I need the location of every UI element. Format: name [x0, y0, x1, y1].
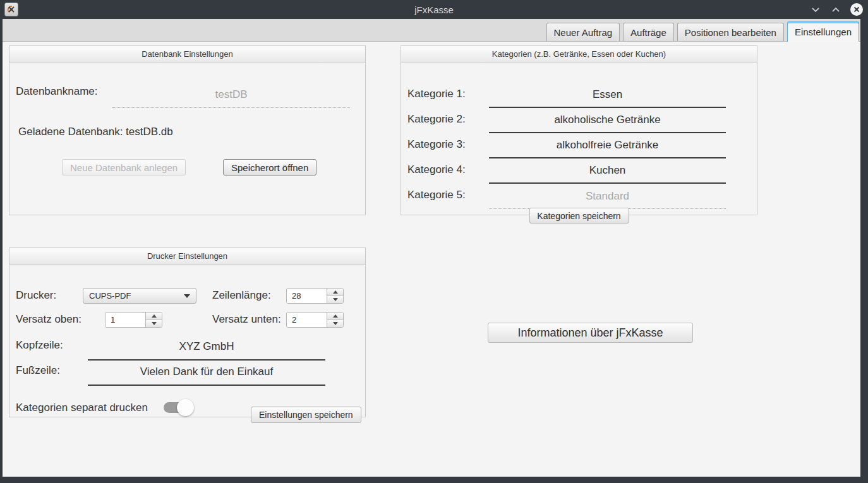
category-4-input[interactable] [489, 160, 726, 184]
spinner-up-icon[interactable] [146, 313, 162, 320]
separate-categories-label: Kategorien separat drucken [16, 402, 148, 414]
spinner-up-icon[interactable] [327, 289, 343, 296]
tab-positionen-bearbeiten[interactable]: Positionen bearbeiten [677, 23, 784, 41]
separate-categories-toggle[interactable] [164, 399, 189, 415]
category-5-input[interactable] [489, 185, 726, 209]
about-jfxkasse-button[interactable]: Informationen über jFxKasse [488, 323, 693, 343]
database-panel-title: Datenbank Einstellungen [9, 46, 365, 63]
category-2-label: Kategorie 2: [407, 113, 466, 126]
spinner-down-icon[interactable] [146, 320, 162, 327]
database-name-label: Datenbankname: [16, 85, 97, 98]
printer-combobox[interactable]: CUPS-PDF [83, 288, 196, 304]
app-x-icon [4, 3, 18, 16]
new-database-button[interactable]: Neue Datenbank anlegen [62, 159, 186, 176]
tab-auftraege[interactable]: Aufträge [623, 23, 674, 41]
footer-line-label: Fußzeile: [16, 364, 60, 377]
offset-top-label: Versatz oben: [16, 313, 81, 326]
category-1-input[interactable] [489, 84, 726, 108]
categories-panel-title: Kategorien (z.B. Getränke, Essen oder Ku… [401, 46, 757, 63]
save-settings-button[interactable]: Einstellungen speichern [251, 407, 361, 423]
spinner-up-icon[interactable] [327, 313, 343, 320]
printer-panel-title: Drucker Einstellungen [9, 248, 365, 265]
category-3-label: Kategorie 3: [407, 138, 466, 151]
printer-label: Drucker: [16, 289, 56, 302]
header-line-input[interactable] [88, 335, 325, 361]
tab-neuer-auftrag[interactable]: Neuer Auftrag [546, 23, 620, 41]
titlebar: jFxKasse [0, 0, 868, 19]
jfxkasse-window: { "window": { "title": "jFxKasse", "icon… [0, 0, 868, 483]
offset-top-input[interactable] [105, 313, 145, 327]
category-2-input[interactable] [489, 109, 726, 133]
close-button close-icon[interactable] [850, 3, 863, 16]
category-1-label: Kategorie 1: [407, 88, 466, 100]
minimize-button chevron-down-icon[interactable] [810, 4, 821, 15]
database-name-input[interactable] [112, 83, 350, 108]
categories-panel: Kategorien (z.B. Getränke, Essen oder Ku… [401, 45, 757, 215]
line-length-spinner [286, 288, 344, 304]
toggle-knob [177, 399, 194, 416]
maximize-button chevron-up-icon[interactable] [830, 4, 841, 15]
line-length-label: Zeilenlänge: [212, 289, 271, 302]
line-length-input[interactable] [287, 289, 327, 303]
database-settings-panel: Datenbank Einstellungen Datenbankname: G… [9, 45, 366, 215]
spinner-down-icon[interactable] [327, 296, 343, 303]
header-line-label: Kopfzeile: [16, 339, 63, 352]
offset-bottom-label: Versatz unten: [212, 313, 281, 326]
tab-einstellungen[interactable]: Einstellungen [787, 21, 859, 42]
offset-bottom-input[interactable] [287, 313, 327, 327]
footer-line-input[interactable] [88, 361, 325, 386]
window-content: Neuer Auftrag Aufträge Positionen bearbe… [3, 19, 860, 477]
offset-top-spinner [105, 312, 162, 328]
window-title: jFxKasse [0, 4, 868, 15]
printer-settings-panel: Drucker Einstellungen Drucker: CUPS-PDF … [9, 247, 366, 417]
category-3-input[interactable] [489, 134, 726, 158]
combobox-caret-icon [184, 294, 190, 298]
open-location-button[interactable]: Speicherort öffnen [223, 159, 316, 176]
offset-bottom-spinner [286, 312, 344, 328]
category-4-label: Kategorie 4: [407, 164, 466, 176]
window-controls [810, 0, 863, 19]
category-5-label: Kategorie 5: [407, 189, 466, 201]
spinner-down-icon[interactable] [327, 320, 343, 327]
printer-combobox-value: CUPS-PDF [89, 291, 131, 301]
save-categories-button[interactable]: Kategorien speichern [529, 208, 629, 224]
loaded-database-text: Geladene Datenbank: testDB.db [18, 126, 173, 138]
tab-bar: Neuer Auftrag Aufträge Positionen bearbe… [3, 19, 860, 42]
